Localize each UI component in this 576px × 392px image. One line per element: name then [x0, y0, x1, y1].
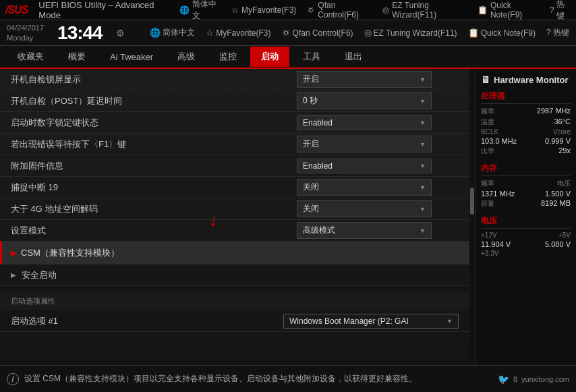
- ez-tuning-button[interactable]: ◎ EZ Tuning Wizard(F11): [382, 1, 467, 20]
- memory-section-title: 内存: [481, 163, 571, 176]
- setting-value-numlock-display: 开启: [297, 71, 459, 88]
- scroll-thumb[interactable]: [470, 188, 474, 215]
- setting-label-addon-info: 附加固件信息: [11, 160, 297, 172]
- secure-boot-expand-icon: ▶: [11, 271, 16, 279]
- bottom-info-text: 设置 CSM（兼容性支持模块）项目以完全支持各种显示设备、启动设备与其他附加设备…: [24, 373, 417, 385]
- boot-option-label: 启动选项 #1: [11, 315, 283, 327]
- boot-option-section-header: 启动选项属性: [0, 291, 469, 310]
- myfavorite-button[interactable]: ☆ MyFavorite(F3): [231, 5, 296, 15]
- hotkey-button[interactable]: ? 热键: [550, 0, 571, 22]
- time-bar: 04/24/2017Monday 13:44 ⚙ 🌐 简体中文 ☆ MyFavo…: [0, 20, 576, 46]
- csm-label: CSM（兼容性支持模块）: [21, 247, 119, 259]
- tab-tools[interactable]: 工具: [292, 47, 331, 67]
- setting-row-numlock: 启动时数字锁定键状态 Enabled: [0, 112, 469, 134]
- setting-label-interrupt19: 捕捉中断 19: [11, 181, 297, 194]
- setting-row-mode: 设置模式 高级模式: [0, 220, 469, 242]
- bclk-row: BCLK Vcore: [481, 128, 571, 136]
- nav-tabs: 收藏夹 概要 Ai Tweaker 高级 监控 启动 工具 退出: [0, 46, 576, 69]
- bios-title: UEFI BIOS Utility – Advanced Mode: [38, 0, 169, 20]
- info-icon: i: [7, 373, 19, 385]
- cpu-freq-row: 频率 2987 MHz: [481, 107, 571, 116]
- watermark-text: 8: [513, 375, 517, 383]
- dropdown-numlock[interactable]: Enabled: [297, 115, 432, 130]
- memory-section: 内存 频率 电压 1371 MHz 1.500 V 容量 8192 MB: [481, 163, 571, 208]
- quick-note-button[interactable]: 📋 Quick Note(F9): [478, 1, 539, 20]
- tab-advanced[interactable]: 高级: [167, 47, 206, 67]
- secure-boot-row[interactable]: ▶ 安全启动: [0, 264, 469, 286]
- quicknote-tool[interactable]: 📋 Quick Note(F9): [468, 28, 536, 38]
- scrollbar[interactable]: [469, 69, 475, 365]
- dropdown-4g-decode[interactable]: 关闭: [297, 200, 432, 217]
- setting-row-post-delay: 开机自检（POST）延迟时间 0 秒: [0, 90, 469, 112]
- tab-exit[interactable]: 退出: [334, 47, 373, 67]
- tab-monitor[interactable]: 监控: [208, 47, 248, 67]
- csm-expand-icon: ▶: [11, 248, 17, 258]
- monitor-icon: 🖥: [481, 74, 490, 85]
- dropdown-f1-error[interactable]: 开启: [297, 136, 432, 152]
- boot-option-section-title: 启动选项属性: [11, 296, 55, 306]
- top-bar: /SUS UEFI BIOS Utility – Advanced Mode 🌐…: [0, 0, 576, 20]
- lang-selector[interactable]: 🌐 简体中文: [179, 0, 221, 22]
- secure-boot-label: 安全启动: [22, 269, 57, 281]
- dropdown-mode[interactable]: 高级模式: [297, 222, 432, 239]
- voltage-12v-value-row: 11.904 V 5.080 V: [481, 240, 571, 248]
- setting-value-4g-decode: 关闭: [297, 200, 459, 217]
- csm-row[interactable]: ▶ CSM（兼容性支持模块）: [0, 242, 469, 264]
- time-display: 13:44: [57, 22, 103, 44]
- tab-ai-tweaker[interactable]: Ai Tweaker: [99, 48, 164, 66]
- date-display: 04/24/2017Monday: [7, 23, 44, 43]
- separator: [0, 286, 469, 291]
- main-layout: 开机自检锁屏显示 开启 开机自检（POST）延迟时间 0 秒 启动时数字锁定键状…: [0, 69, 576, 365]
- dropdown-post-delay[interactable]: 0 秒: [297, 92, 432, 109]
- setting-label-numlock: 启动时数字锁定键状态: [11, 117, 297, 129]
- site-watermark: yunxitong.com: [521, 375, 569, 383]
- setting-row-interrupt19: 捕捉中断 19 关闭: [0, 177, 469, 198]
- lang-tool[interactable]: 🌐 简体中文: [150, 27, 195, 38]
- myfavorite-tool[interactable]: ☆ MyFavorite(F3): [206, 28, 270, 38]
- dropdown-interrupt19[interactable]: 关闭: [297, 179, 432, 196]
- setting-label-numlock-display: 开机自检锁屏显示: [11, 74, 297, 86]
- watermark: 🐦 8 yunxitong.com: [498, 374, 569, 385]
- setting-label-f1-error: 若出现错误等待按下〈F1〉键: [11, 138, 297, 150]
- mem-freq-row: 频率 电压: [481, 179, 571, 188]
- voltage-section-title: 电压: [481, 215, 571, 229]
- setting-label-4g-decode: 大于 4G 地址空间解码: [11, 203, 297, 215]
- hw-monitor-title: 🖥 Hardware Monitor: [481, 74, 571, 85]
- content-area: 开机自检锁屏显示 开启 开机自检（POST）延迟时间 0 秒 启动时数字锁定键状…: [0, 69, 469, 365]
- boot-option-row: 启动选项 #1 Windows Boot Manager (P2: GAI: [0, 310, 469, 332]
- tab-favorites[interactable]: 收藏夹: [7, 47, 55, 67]
- cpu-section-title: 处理器: [481, 90, 571, 104]
- mem-freq-value-row: 1371 MHz 1.500 V: [481, 190, 571, 198]
- twitter-icon: 🐦: [498, 374, 509, 385]
- setting-label-mode: 设置模式: [11, 225, 297, 237]
- voltage-12v-label-row: +12V +5V: [481, 231, 571, 239]
- dropdown-numlock-display[interactable]: 开启: [297, 71, 432, 88]
- setting-row-f1-error: 若出现错误等待按下〈F1〉键 开启: [0, 134, 469, 155]
- setting-label-post-delay: 开机自检（POST）延迟时间: [11, 95, 297, 107]
- eztuning-tool[interactable]: ◎ EZ Tuning Wizard(F11): [364, 28, 457, 38]
- setting-value-mode: 高级模式: [297, 222, 459, 239]
- boot-option-dropdown[interactable]: Windows Boot Manager (P2: GAI: [283, 314, 459, 329]
- cpu-section: 处理器 频率 2987 MHz 温度 36°C BCLK Vcore 103.0…: [481, 90, 571, 156]
- setting-value-post-delay: 0 秒: [297, 92, 459, 109]
- settings-table: 开机自检锁屏显示 开启 开机自检（POST）延迟时间 0 秒 启动时数字锁定键状…: [0, 69, 469, 365]
- tab-overview[interactable]: 概要: [57, 47, 96, 67]
- bottom-bar: i 设置 CSM（兼容性支持模块）项目以完全支持各种显示设备、启动设备与其他附加…: [0, 365, 576, 392]
- qfan-tool[interactable]: ⛭ Qfan Control(F6): [282, 28, 353, 38]
- settings-gear-icon[interactable]: ⚙: [116, 28, 125, 38]
- asus-logo: /SUS: [5, 4, 28, 16]
- csm-section: ↓ ▶ CSM（兼容性支持模块）: [0, 242, 469, 264]
- tab-boot[interactable]: 启动: [250, 47, 289, 67]
- hw-monitor-label: Hardware Monitor: [494, 75, 569, 85]
- voltage-33v-row: +3.3V: [481, 250, 571, 257]
- voltage-section: 电压 +12V +5V 11.904 V 5.080 V +3.3V: [481, 215, 571, 257]
- dropdown-addon-info[interactable]: Enabled: [297, 159, 432, 173]
- setting-row-addon-info: 附加固件信息 Enabled: [0, 155, 469, 177]
- qfan-button[interactable]: ⛭ Qfan Control(F6): [307, 1, 372, 20]
- setting-row-numlock-display: 开机自检锁屏显示 开启: [0, 69, 469, 90]
- setting-value-interrupt19: 关闭: [297, 179, 459, 196]
- mem-capacity-row: 容量 8192 MB: [481, 199, 571, 208]
- hotkey-tool[interactable]: ? 热键: [546, 27, 569, 38]
- time-bar-tools: 🌐 简体中文 ☆ MyFavorite(F3) ⛭ Qfan Control(F…: [150, 27, 569, 38]
- setting-value-numlock: Enabled: [297, 115, 459, 130]
